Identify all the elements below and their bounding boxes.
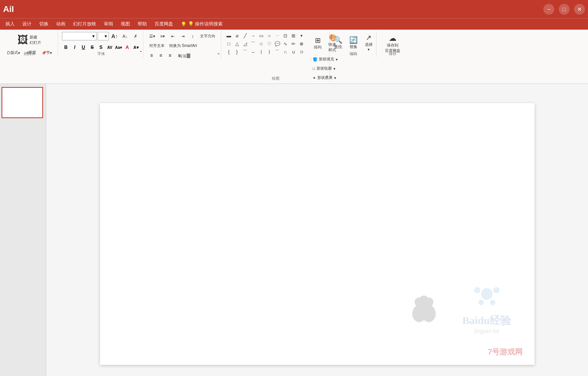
increase-indent-button[interactable]: ⇥ xyxy=(178,32,187,40)
font-size-dropdown[interactable]: ▾ xyxy=(98,32,109,40)
shape-line[interactable]: ╱ xyxy=(241,32,249,40)
section-button[interactable]: 📌 节▾ xyxy=(40,48,54,57)
shape-star[interactable]: ☆ xyxy=(257,40,265,48)
shape-more3[interactable]: ⊞ xyxy=(290,32,297,40)
shape-more2[interactable]: ⊡ xyxy=(282,32,289,40)
align-right-button[interactable]: ≡ xyxy=(166,51,174,60)
paragraph-group-expand[interactable]: ⌄ xyxy=(217,51,220,55)
arrange-button[interactable]: ⊞ 排列 xyxy=(311,33,325,53)
close-button[interactable]: ✕ xyxy=(574,4,585,15)
menu-design[interactable]: 设计 xyxy=(18,19,35,29)
menu-transitions[interactable]: 切换 xyxy=(35,19,52,29)
font-group-expand[interactable]: ⌄ xyxy=(139,48,142,53)
menu-baiduyun[interactable]: 百度网盘 xyxy=(151,19,177,29)
shape-rectangle[interactable]: ▭ xyxy=(257,32,265,40)
slide-thumbnail-1[interactable] xyxy=(2,87,43,118)
edit-group-label: 编辑 xyxy=(350,51,357,57)
jingyan-domain: jingyan.ba xyxy=(475,328,499,334)
shape-bracket7[interactable]: ⌒ xyxy=(273,48,281,56)
bold-button[interactable]: B xyxy=(62,43,70,52)
paragraph-group-label: 段落 xyxy=(179,53,187,59)
shape-fill-icon: 🪣 xyxy=(313,57,317,62)
shape-bracket6[interactable]: ⟩ xyxy=(265,48,273,56)
shape-bracket3[interactable]: ⌒ xyxy=(241,48,249,56)
shape-text-box[interactable]: ▬ xyxy=(225,32,233,40)
shape-grid: ▬ ⌀ ╱ → ▭ ○ ⋯ ⊡ ⊞ ▼ □ △ ◿ ⌒ ☆ ♡ xyxy=(225,32,305,56)
align-left-button[interactable]: ≡ xyxy=(147,51,156,60)
shape-rtri[interactable]: ◿ xyxy=(241,40,249,48)
shape-rect2[interactable]: □ xyxy=(225,40,233,48)
shape-outline-button[interactable]: □ 形状轮廓▾ xyxy=(311,64,340,73)
find-label: 查找 xyxy=(334,44,342,50)
people-icon xyxy=(408,294,438,326)
convert-smartart-button[interactable]: 转换为 SmartArt xyxy=(167,42,199,50)
paragraph-row2: 对齐文本 转换为 SmartArt xyxy=(147,42,218,50)
font-size-arrow: ▾ xyxy=(105,33,107,39)
shape-more1[interactable]: ⋯ xyxy=(273,32,281,40)
replace-icon: 🔄 xyxy=(349,36,358,44)
new-slide-button[interactable]: 🖼 新建 幻灯片 xyxy=(15,32,43,48)
numbering-button[interactable]: ≡▾ xyxy=(158,32,167,40)
ribbon-group-edit: 🔍 查找 🔄 替换 ↗ 选择▾ 编辑 xyxy=(330,31,376,57)
shape-freeform[interactable]: ✏ xyxy=(290,40,297,48)
slide-canvas-area[interactable]: Baidu经验 jingyan.ba 7号游戏网 xyxy=(46,84,588,376)
text-shadow-button[interactable]: S xyxy=(97,43,105,52)
shape-chevron[interactable]: ⌒ xyxy=(249,40,257,48)
italic-button[interactable]: I xyxy=(71,43,79,52)
shape-tri[interactable]: △ xyxy=(233,40,241,48)
find-button[interactable]: 🔍 查找 xyxy=(331,32,345,53)
line-spacing-button[interactable]: ↕ xyxy=(188,32,197,40)
shape-bracket8[interactable]: ∩ xyxy=(282,48,289,56)
shape-bracket5[interactable]: ⟨ xyxy=(257,48,265,56)
menu-view[interactable]: 视图 xyxy=(117,19,134,29)
menu-review[interactable]: 审阅 xyxy=(100,19,117,29)
text-direction-button[interactable]: 文字方向 xyxy=(198,32,217,40)
shape-bracket1[interactable]: { xyxy=(225,48,233,56)
align-text-button[interactable]: 对齐文本 xyxy=(147,42,167,50)
svg-point-0 xyxy=(481,288,493,300)
increase-font-button[interactable]: A↑ xyxy=(110,32,119,40)
select-button[interactable]: ↗ 选择▾ xyxy=(362,32,376,53)
charspace-button[interactable]: AV xyxy=(106,43,114,52)
menu-animations[interactable]: 动画 xyxy=(52,19,69,29)
drawing-group-expand[interactable]: ⌄ xyxy=(325,73,328,77)
replace-button[interactable]: 🔄 替换 xyxy=(346,32,360,53)
font-name-dropdown[interactable]: ▾ xyxy=(62,32,97,40)
decrease-indent-button[interactable]: ⇤ xyxy=(168,32,177,40)
shape-heart[interactable]: ♡ xyxy=(265,40,273,48)
shape-callout[interactable]: 💬 xyxy=(273,40,281,48)
app-logo: AiI xyxy=(3,4,14,14)
layout-button[interactable]: 🗒 版式▾ xyxy=(5,48,22,57)
underline-button[interactable]: U xyxy=(80,43,88,52)
font-color-button[interactable]: A xyxy=(123,43,131,52)
shape-bracket4[interactable]: ⌣ xyxy=(249,48,257,56)
shape-bracket2[interactable]: } xyxy=(233,48,241,56)
shape-bracket10[interactable]: ⊃ xyxy=(298,48,305,56)
shape-text-circle[interactable]: ⌀ xyxy=(233,32,241,40)
bullets-button[interactable]: ☰▾ xyxy=(147,32,157,40)
shape-extra[interactable]: ⊗ xyxy=(298,40,305,48)
shape-ellipse[interactable]: ○ xyxy=(265,32,273,40)
shape-curve[interactable]: ∿ xyxy=(282,40,289,48)
shape-outline-icon: □ xyxy=(313,67,315,71)
menu-help[interactable]: 帮助 xyxy=(134,19,151,29)
case-button[interactable]: Aa▾ xyxy=(115,43,123,52)
clear-format-button[interactable]: ✗ xyxy=(131,32,140,40)
minimize-button[interactable]: − xyxy=(543,4,554,15)
svg-point-4 xyxy=(490,300,495,305)
decrease-font-button[interactable]: A↓ xyxy=(120,32,130,40)
menu-insert[interactable]: 插入 xyxy=(2,19,18,29)
slide-canvas[interactable]: Baidu经验 jingyan.ba 7号游戏网 xyxy=(100,103,535,365)
title-bar-controls: − □ ✕ xyxy=(543,4,585,15)
align-center-button[interactable]: ≡ xyxy=(157,51,165,60)
shape-dropdown[interactable]: ▼ xyxy=(298,32,305,40)
menu-search-help[interactable]: 💡 💡 操作说明搜索 xyxy=(177,19,227,29)
lightbulb-icon: 💡 xyxy=(181,22,187,27)
maximize-button[interactable]: □ xyxy=(559,4,570,15)
shape-bracket9[interactable]: ∪ xyxy=(290,48,297,56)
menu-slideshow[interactable]: 幻灯片放映 xyxy=(69,19,100,29)
strikethrough-button[interactable]: S xyxy=(88,43,96,52)
font-selector-row: ▾ ▾ A↑ A↓ ✗ xyxy=(62,32,140,40)
shape-arrow[interactable]: → xyxy=(249,32,257,40)
highlight-color-button[interactable]: A▾ xyxy=(132,43,140,52)
